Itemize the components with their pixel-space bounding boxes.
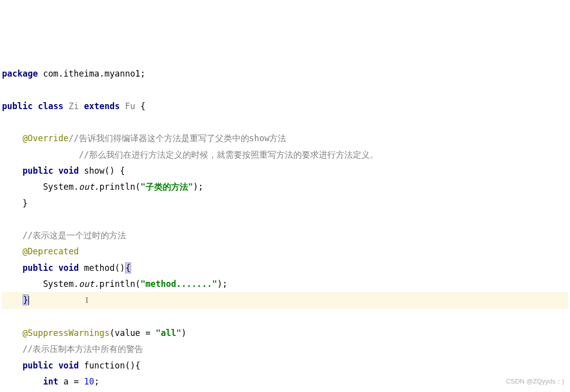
system-prefix: System. xyxy=(2,279,79,289)
method-function: function(){ xyxy=(79,360,141,370)
annotation-deprecated: @Deprecated xyxy=(2,246,79,256)
keyword-public: public xyxy=(23,166,53,176)
code-line-9: } xyxy=(2,198,28,208)
string-literal: "method......." xyxy=(140,279,217,289)
var-a: a = xyxy=(59,376,84,386)
annotation-override: @Override xyxy=(23,133,69,143)
code-line-12: @Deprecated xyxy=(2,246,79,256)
code-editor[interactable]: package com.itheima.myanno1; public clas… xyxy=(2,66,568,392)
class-name-fu: Fu xyxy=(125,101,135,111)
code-line-11: //表示这是一个过时的方法 xyxy=(2,230,126,240)
anno-args: (value = xyxy=(110,328,156,338)
string-literal: "子类的方法" xyxy=(140,182,193,192)
comment-text: //告诉我们得编译器这个方法是重写了父类中的show方法 xyxy=(69,133,286,143)
code-line-7: public void show() { xyxy=(2,166,125,176)
comment-text: //表示这是一个过时的方法 xyxy=(2,230,126,240)
annotation-suppresswarnings: @SuppressWarnings xyxy=(2,328,110,338)
code-line-8: System.out.println("子类的方法"); xyxy=(2,182,203,192)
close-paren: ) xyxy=(181,328,186,338)
code-line-3: public class Zi extends Fu { xyxy=(2,101,146,111)
keyword-void: void xyxy=(59,360,79,370)
number-literal: 10 xyxy=(84,376,94,386)
class-name-zi: Zi xyxy=(69,101,79,111)
code-line-13: public void method(){ xyxy=(2,262,131,273)
watermark-text: CSDN @ZQyyds：) xyxy=(506,375,564,388)
open-brace: { xyxy=(135,101,145,111)
method-method: method() xyxy=(79,263,125,273)
code-line-17: @SuppressWarnings(value = "all") xyxy=(2,328,187,338)
package-name: com.itheima.myanno1; xyxy=(38,69,146,79)
comment-text: //那么我们在进行方法定义的时候，就需要按照重写方法的要求进行方法定义。 xyxy=(79,150,378,160)
field-out: out xyxy=(79,182,95,192)
semicolon: ; xyxy=(94,376,99,386)
code-line-19: public void function(){ xyxy=(2,360,140,370)
keyword-public: public xyxy=(2,101,33,111)
mouse-cursor-icon: I xyxy=(86,292,89,308)
text-cursor xyxy=(29,296,29,305)
keyword-public: public xyxy=(23,263,53,273)
keyword-public: public xyxy=(23,360,53,370)
code-line-20: int a = 10; xyxy=(2,376,100,386)
keyword-int: int xyxy=(43,376,59,386)
keyword-package: package xyxy=(2,69,38,79)
keyword-void: void xyxy=(59,263,79,273)
line-end: ); xyxy=(193,182,203,192)
keyword-class: class xyxy=(38,101,64,111)
matched-brace: } xyxy=(23,294,29,305)
code-line-1: package com.itheima.myanno1; xyxy=(2,69,146,79)
string-literal: "all" xyxy=(156,328,181,338)
system-prefix: System. xyxy=(2,182,79,192)
current-line-highlight: } I xyxy=(2,292,568,308)
code-line-14: System.out.println("method......."); xyxy=(2,279,227,289)
field-out: out xyxy=(79,279,95,289)
println-call: .println( xyxy=(94,182,140,192)
code-line-18: //表示压制本方法中所有的警告 xyxy=(2,344,143,354)
code-line-5: @Override//告诉我们得编译器这个方法是重写了父类中的show方法 xyxy=(2,133,287,143)
line-end: ); xyxy=(217,279,227,289)
code-line-6: //那么我们在进行方法定义的时候，就需要按照重写方法的要求进行方法定义。 xyxy=(2,150,378,160)
method-show: show() { xyxy=(79,166,125,176)
matched-brace: { xyxy=(125,262,131,273)
keyword-extends: extends xyxy=(84,101,120,111)
keyword-void: void xyxy=(59,166,79,176)
comment-text: //表示压制本方法中所有的警告 xyxy=(2,344,143,354)
println-call: .println( xyxy=(94,279,140,289)
close-brace: } xyxy=(2,198,28,208)
